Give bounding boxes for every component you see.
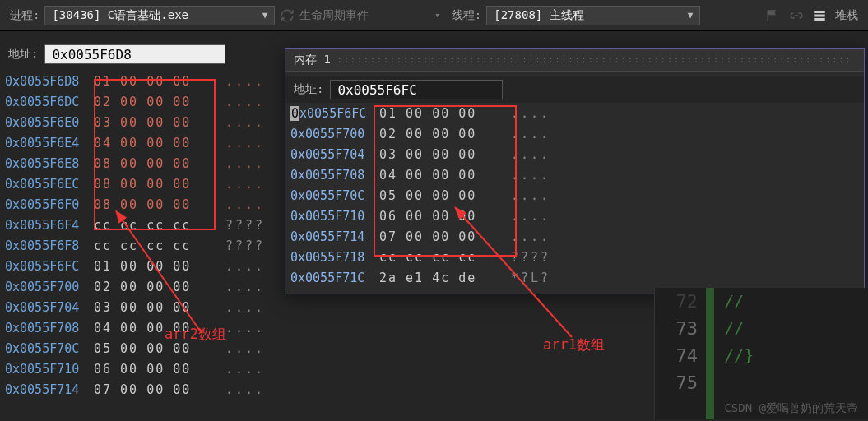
address-label: 地址: — [294, 82, 323, 97]
line-gutter: 72737475 — [655, 288, 706, 419]
memory-ascii: ???? — [217, 218, 275, 233]
svg-rect-2 — [814, 18, 825, 21]
memory-row[interactable]: 0x0055F70C05000000.... — [0, 338, 280, 359]
thread-label: 线程: — [452, 8, 481, 23]
memory-row[interactable]: 0x0055F6F8cccccccc???? — [0, 235, 280, 256]
memory-bytes: cccccccc — [94, 238, 217, 253]
memory-row[interactable]: 0x0055F71407000000.... — [0, 379, 280, 400]
memory-bytes: 03000000 — [94, 300, 217, 315]
memory-row[interactable]: 0x0055F6E003000000.... — [0, 112, 280, 132]
chevron-down-icon: ▼ — [262, 10, 268, 21]
memory-ascii: .... — [503, 229, 560, 244]
memory-ascii: .... — [503, 127, 560, 141]
process-label: 进程: — [10, 8, 39, 23]
window-titlebar[interactable]: 内存 1 :::::::::::::::::::::::::::::::::::… — [285, 49, 864, 72]
memory-address: 0x0055F700 — [0, 280, 94, 294]
memory-ascii: .... — [503, 147, 560, 162]
link-icon[interactable] — [789, 8, 804, 23]
memory-bytes: 08000000 — [94, 197, 217, 212]
memory-row[interactable]: 0x0055F71006000000.... — [285, 206, 864, 226]
toolbar-right-icons: 堆栈 — [766, 8, 858, 23]
memory-ascii: .... — [217, 95, 275, 109]
memory-bytes: 02000000 — [379, 127, 503, 141]
thread-value: [27808] 主线程 — [494, 8, 583, 23]
memory-row[interactable]: 0x0055F6DC02000000.... — [0, 91, 280, 112]
memory-row[interactable]: 0x0055F70002000000.... — [285, 123, 864, 144]
memory-row[interactable]: 0x0055F6F4cccccccc???? — [0, 215, 280, 235]
code-editor-fragment: 72737475 //////} — [654, 288, 868, 419]
memory-row[interactable]: 0x0055F6EC08000000.... — [0, 173, 280, 194]
code-line: // — [724, 315, 868, 342]
line-number: 72 — [655, 288, 698, 315]
memory-ascii: .... — [217, 177, 275, 192]
memory-ascii: .... — [217, 136, 275, 150]
memory-ascii: .... — [217, 321, 275, 335]
memory-bytes: 07000000 — [94, 382, 217, 397]
memory-bytes: cccccccc — [94, 218, 217, 233]
memory-row[interactable]: 0x0055F70C05000000.... — [285, 185, 864, 206]
memory-ascii: .... — [217, 362, 275, 377]
memory-address: 0x0055F70C — [285, 188, 379, 203]
memory-row[interactable]: 0x0055F71006000000.... — [0, 359, 280, 379]
code-line: //} — [724, 342, 868, 369]
address-label: 地址: — [8, 47, 38, 62]
memory-address: 0x0055F714 — [285, 229, 379, 244]
line-number: 74 — [655, 342, 698, 369]
memory-bytes: 04000000 — [94, 136, 217, 150]
address-input[interactable] — [44, 44, 225, 64]
memory-row[interactable]: 0x0055F6FC01000000.... — [285, 103, 864, 123]
memory-row[interactable]: 0x0055F71407000000.... — [285, 226, 864, 247]
refresh-icon[interactable] — [280, 8, 295, 23]
callstack-icon[interactable] — [812, 8, 827, 23]
memory-bytes: 06000000 — [379, 209, 503, 224]
memory-row[interactable]: 0x0055F70002000000.... — [0, 276, 280, 297]
svg-rect-1 — [814, 14, 825, 16]
chevron-down-icon: ▼ — [688, 10, 694, 21]
memory-ascii: .... — [217, 156, 275, 171]
memory-row[interactable]: 0x0055F71C2ae14cde*?L? — [285, 267, 864, 288]
memory-row[interactable]: 0x0055F70403000000.... — [0, 297, 280, 317]
memory-row[interactable]: 0x0055F6D801000000.... — [0, 71, 280, 91]
memory-row[interactable]: 0x0055F70804000000.... — [0, 317, 280, 338]
memory-ascii: .... — [217, 300, 275, 315]
memory-ascii: ???? — [503, 250, 560, 265]
lifecycle-label[interactable]: 生命周期事件 — [299, 8, 369, 23]
address-bar: 地址: — [0, 41, 280, 67]
memory-bytes: 07000000 — [379, 229, 503, 244]
memory-row[interactable]: 0x0055F70403000000.... — [285, 144, 864, 164]
memory-dump[interactable]: 0x0055F6D801000000....0x0055F6DC02000000… — [0, 71, 280, 400]
memory-row[interactable]: 0x0055F6FC01000000.... — [0, 256, 280, 276]
chevron-down-icon: ▾ — [434, 10, 440, 21]
memory-row[interactable]: 0x0055F718cccccccc???? — [285, 247, 864, 267]
memory-row[interactable]: 0x0055F70804000000.... — [285, 164, 864, 185]
memory-bytes: 04000000 — [379, 168, 503, 183]
memory-address: 0x0055F6D8 — [0, 74, 94, 89]
address-input[interactable] — [330, 80, 503, 99]
memory-bytes: 03000000 — [379, 147, 503, 162]
memory-row[interactable]: 0x0055F6E808000000.... — [0, 153, 280, 173]
memory-bytes: 08000000 — [94, 177, 217, 192]
memory-bytes: cccccccc — [379, 250, 503, 265]
memory-bytes: 01000000 — [379, 106, 503, 121]
memory-address: 0x0055F6E8 — [0, 156, 94, 171]
memory-ascii: .... — [503, 106, 560, 121]
memory-address: 0x0055F6DC — [0, 95, 94, 109]
process-combo[interactable]: [30436] C语言基础.exe ▼ — [44, 6, 275, 25]
memory-row[interactable]: 0x0055F6E404000000.... — [0, 132, 280, 153]
memory-dump[interactable]: 0x0055F6FC01000000....0x0055F70002000000… — [285, 103, 864, 288]
memory-bytes: 04000000 — [94, 321, 217, 335]
memory-address: 0x0055F6FC — [285, 106, 379, 121]
memory-bytes: 01000000 — [94, 74, 217, 89]
memory-address: 0x0055F704 — [0, 300, 94, 315]
watermark: CSDN @爱喝兽奶的荒天帝 — [724, 401, 858, 416]
memory-address: 0x0055F708 — [0, 321, 94, 335]
stack-label[interactable]: 堆栈 — [835, 8, 858, 23]
flag-icon[interactable] — [766, 8, 781, 23]
memory-ascii: *?L? — [503, 271, 560, 285]
memory-bytes: 02000000 — [94, 95, 217, 109]
memory-address: 0x0055F71C — [285, 271, 379, 285]
memory-address: 0x0055F6F4 — [0, 218, 94, 233]
memory-row[interactable]: 0x0055F6F008000000.... — [0, 194, 280, 215]
code-line: // — [724, 288, 868, 315]
thread-combo[interactable]: [27808] 主线程 ▼ — [486, 6, 700, 25]
